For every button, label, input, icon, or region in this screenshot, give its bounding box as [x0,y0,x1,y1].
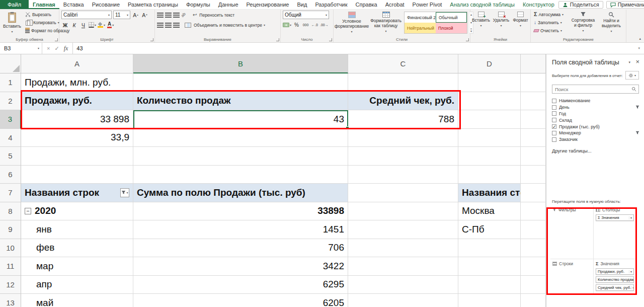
dialog-launcher-icon[interactable] [466,38,469,41]
cell-a11[interactable]: мар [21,257,133,276]
cell[interactable] [348,73,458,92]
cell[interactable] [348,276,458,294]
cell[interactable] [521,129,546,147]
tab-pivottable-design[interactable]: Конструктор [519,0,558,9]
pivot-row-filter-button[interactable]: ▾ [120,188,129,197]
name-box[interactable]: B3▾ [0,43,42,54]
tab-developer[interactable]: Разработчик [311,0,351,9]
cell-a2[interactable]: Продажи, руб. [21,92,133,111]
cell-a4[interactable]: 33,9 [21,129,133,147]
cell-a10[interactable]: фев [21,239,133,258]
insert-function-icon[interactable]: fx [64,45,68,52]
cell[interactable] [521,92,546,111]
cell[interactable] [458,129,521,147]
align-bottom-icon[interactable] [173,13,180,18]
field-item-naimenovanie[interactable]: Наименование [552,98,639,104]
cell-b3-selected[interactable]: 43 [133,110,348,129]
align-right-icon[interactable] [173,23,180,28]
area-values[interactable]: ΣЗначения Продажи, руб.▾ Количество прод… [593,259,636,295]
cell-b9[interactable]: 1451 [133,220,348,239]
orientation-icon[interactable]: ab [180,12,187,18]
col-header-b[interactable]: B [133,54,348,73]
cell[interactable] [458,110,521,129]
collapse-ribbon-icon[interactable]: ▴ [639,37,641,41]
fill-button[interactable]: ↓Заполнить▾ [533,19,568,26]
style-neutral[interactable]: Нейтральный [405,23,436,33]
cell[interactable] [458,92,521,111]
dialog-launcher-icon[interactable] [329,38,332,41]
cell-d9[interactable]: С-Пб [458,220,521,239]
tab-pivottable-analyze[interactable]: Анализ сводной таблицы [446,0,519,9]
cell-a3[interactable]: 33 898 [21,110,133,129]
select-all-corner[interactable] [0,54,21,73]
area-rows[interactable]: Строки [550,259,593,295]
paste-button[interactable]: Вставить▾ [2,11,22,34]
cell[interactable] [521,166,546,184]
format-cells-button[interactable]: Формат▾ [512,11,529,28]
fill-color-button[interactable]: ▾ [98,21,105,29]
cell[interactable] [133,73,348,92]
cell[interactable] [521,110,546,129]
cell-b7[interactable]: Сумма по полю Продажи (тыс. руб) [133,184,348,202]
cell-a1[interactable]: Продажи, млн. руб. [21,73,133,92]
cell-b13[interactable]: 6205 [133,294,348,307]
row-header-2[interactable]: 2 [0,92,21,111]
cell[interactable] [458,294,521,307]
cell-d8[interactable]: Москва [458,202,521,221]
cell-b8[interactable]: 33898 [133,202,348,221]
find-select-button[interactable]: Найти и выделить▾ [599,11,624,34]
cell-a9[interactable]: янв [21,220,133,239]
cell-b11[interactable]: 3422 [133,257,348,276]
tab-data[interactable]: Данные [214,0,243,9]
pane-options-icon[interactable]: ▾ [628,60,630,64]
filter-funnel-icon[interactable] [635,131,639,135]
style-bad[interactable]: Плохой [436,23,467,33]
cell[interactable] [458,166,521,184]
collapse-minus-button[interactable]: − [25,208,31,214]
cell[interactable] [133,129,348,147]
area-columns[interactable]: Столбцы Σ Значения▾ [593,205,636,259]
cancel-entry-icon[interactable]: × [47,45,50,51]
cell[interactable] [458,73,521,92]
tab-power-pivot[interactable]: Power Pivot [409,0,446,9]
col-header-e[interactable] [521,54,546,73]
more-tables-link[interactable]: Другие таблицы... [552,148,592,154]
autosum-button[interactable]: ΣАвтосумма▾ [533,11,568,18]
cell[interactable] [458,257,521,276]
conditional-formatting-button[interactable]: Условное форматирование▾ [336,11,368,34]
cell[interactable] [348,147,458,166]
align-center-icon[interactable] [165,23,172,28]
tab-file[interactable]: Файл [0,0,29,9]
field-item-god[interactable]: Год [552,111,639,117]
cell[interactable] [348,294,458,307]
merge-center-button[interactable]: Объединить и поместить в центре▾ [193,21,266,29]
cell-a13[interactable]: май [21,294,133,307]
checkbox-checked-icon[interactable]: ✓ [552,124,556,129]
checkbox-icon[interactable] [552,111,556,116]
tab-formulas[interactable]: Формулы [182,0,214,9]
filter-funnel-icon[interactable] [635,105,639,109]
row-header-1[interactable]: 1 [0,73,21,92]
cell[interactable] [348,202,458,221]
increase-font-button[interactable]: А▴ [132,11,139,19]
format-as-table-button[interactable]: Форматировать как таблицу▾ [370,11,402,34]
cell[interactable] [21,147,133,166]
cell-c2[interactable]: Средний чек, руб. [348,92,458,111]
cell[interactable] [521,294,546,307]
cell[interactable] [133,147,348,166]
row-header-3[interactable]: 3 [0,110,21,129]
area-filters[interactable]: Фильтры [550,205,593,259]
percent-style-button[interactable]: % [293,21,300,29]
search-input[interactable] [552,87,631,92]
cell[interactable] [458,276,521,294]
pivot-field-chip[interactable]: Средний чек, руб.▾ [596,284,634,291]
cell[interactable] [133,166,348,184]
number-format-combo[interactable]: Общий▾ [283,11,329,19]
pivot-field-chip[interactable]: Σ Значения▾ [596,214,634,221]
align-middle-icon[interactable] [165,13,172,18]
tab-help[interactable]: Справка [352,0,381,9]
cell[interactable] [521,184,546,202]
pivot-field-chip[interactable]: Продажи, руб.▾ [596,268,634,275]
font-size-combo[interactable]: 11▾ [113,11,130,19]
cell[interactable] [521,239,546,258]
